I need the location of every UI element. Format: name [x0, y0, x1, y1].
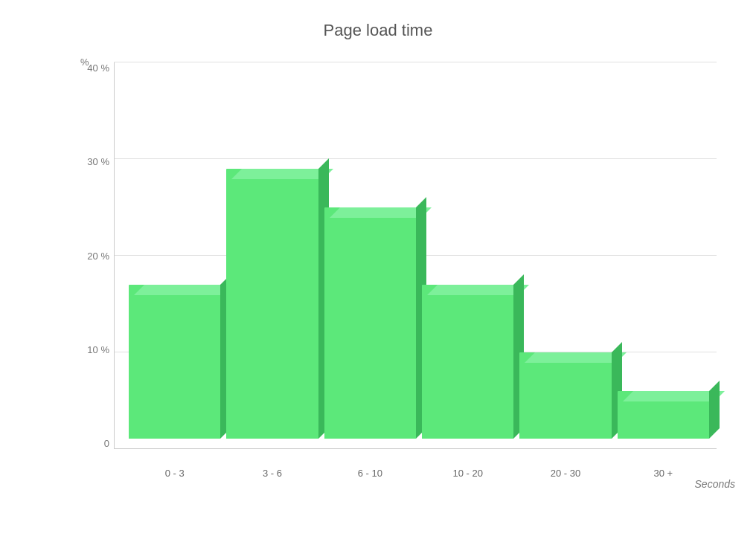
x-label-0-3: 0 - 3	[129, 468, 220, 479]
bar-group-3-6	[226, 62, 318, 449]
bar-group-0-3	[129, 62, 220, 449]
bar-3d-6-10	[324, 207, 416, 449]
y-label-20: 20 %	[87, 251, 114, 262]
x-label-30plus: 30 +	[618, 468, 709, 479]
y-label-40: 40 %	[87, 62, 114, 74]
y-axis: 40 % 30 % 20 % 10 % 0	[84, 62, 114, 449]
bar-front-3-6	[226, 169, 318, 439]
bars-area	[114, 62, 717, 449]
y-label-10: 10 %	[87, 344, 114, 355]
x-label-10-20: 10 - 20	[422, 468, 513, 479]
x-label-20-30: 20 - 30	[519, 468, 611, 479]
y-label-0: 0	[104, 438, 114, 449]
bar-3d-3-6	[226, 169, 318, 449]
bar-group-30plus	[618, 62, 709, 449]
bar-side-30plus	[709, 381, 720, 439]
bar-front-0-3	[129, 285, 220, 439]
x-label-3-6: 3 - 6	[226, 468, 318, 479]
bar-3d-0-3	[129, 285, 220, 449]
x-labels: 0 - 3 3 - 6 6 - 10 10 - 20 20 - 30 30 +	[114, 468, 717, 479]
bar-front-20-30	[519, 352, 611, 439]
x-label-6-10: 6 - 10	[324, 468, 416, 479]
bar-front-30plus	[618, 391, 709, 439]
bar-front-6-10	[324, 207, 416, 439]
bar-group-10-20	[422, 62, 513, 449]
bar-3d-30plus	[618, 391, 709, 449]
chart-area: % 40 % 30 % 20 % 10 % 0	[39, 62, 739, 494]
y-label-30: 30 %	[87, 156, 114, 167]
chart-container: Page load time % 40 % 30 % 20 % 10 % 0	[0, 0, 756, 539]
bar-3d-10-20	[422, 285, 513, 449]
x-axis-unit-label: Seconds	[695, 478, 735, 490]
chart-title: Page load time	[324, 21, 433, 40]
bar-3d-20-30	[519, 352, 611, 449]
bar-group-20-30	[519, 62, 611, 449]
bar-group-6-10	[324, 62, 416, 449]
bar-front-10-20	[422, 285, 513, 439]
